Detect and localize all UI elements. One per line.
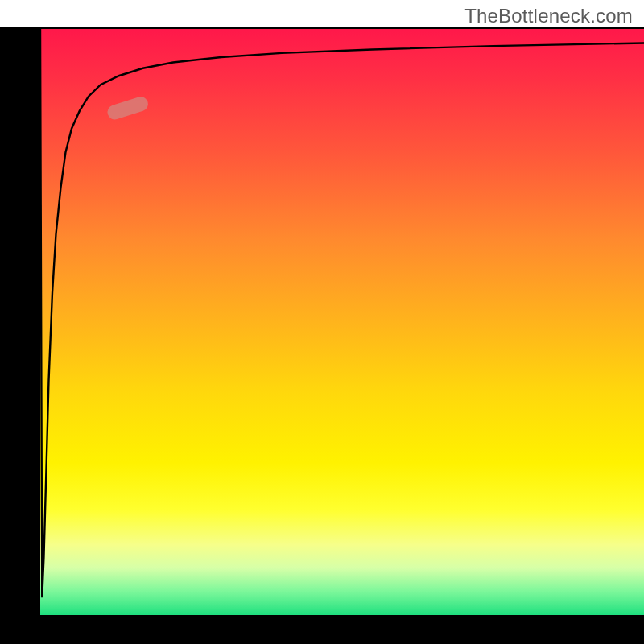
highlight-marker xyxy=(105,95,150,122)
axis-top-border xyxy=(0,27,644,29)
watermark-text: TheBottleneck.com xyxy=(464,5,633,27)
y-axis-band xyxy=(0,27,40,615)
plot-area xyxy=(40,29,644,615)
x-axis-band xyxy=(0,615,644,644)
chart-container: TheBottleneck.com xyxy=(0,0,644,644)
curve-svg xyxy=(40,29,644,615)
